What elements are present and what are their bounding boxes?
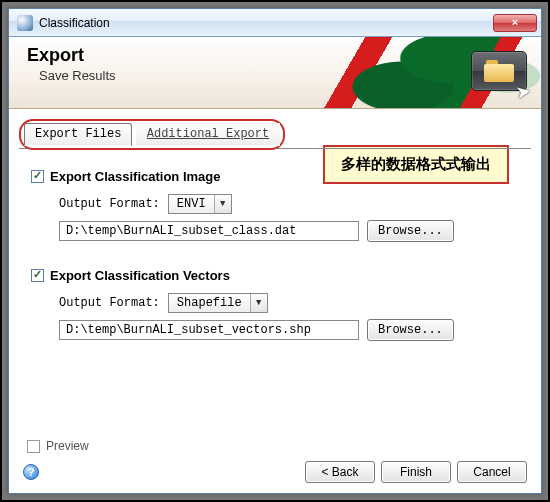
select-image-format-value: ENVI: [169, 197, 214, 211]
finish-button[interactable]: Finish: [381, 461, 451, 483]
classification-window: Classification × Export Save Results ➤ E…: [8, 8, 542, 494]
footer: Preview ? < Back Finish Cancel: [9, 433, 541, 493]
footer-bar: ? < Back Finish Cancel: [23, 461, 527, 483]
tabs-highlight: Export Files Additional Export: [19, 119, 285, 150]
label-image-format: Output Format:: [59, 197, 160, 211]
folder-icon: [484, 60, 514, 82]
input-vectors-path-value: D:\temp\BurnALI_subset_vectors.shp: [66, 323, 311, 337]
checkbox-preview[interactable]: [27, 440, 40, 453]
browse-image-button[interactable]: Browse...: [367, 220, 454, 242]
app-icon: [17, 15, 33, 31]
help-button[interactable]: ?: [23, 464, 39, 480]
checkbox-export-vectors[interactable]: [31, 269, 44, 282]
banner: Export Save Results ➤: [9, 37, 541, 109]
section-export-image-title: Export Classification Image: [50, 169, 221, 184]
section-export-vectors-header: Export Classification Vectors: [31, 268, 523, 283]
banner-folder-button[interactable]: [471, 51, 527, 91]
back-button[interactable]: < Back: [305, 461, 375, 483]
label-vectors-format: Output Format:: [59, 296, 160, 310]
chevron-down-icon: ▼: [250, 294, 267, 312]
input-image-path-value: D:\temp\BurnALI_subset_class.dat: [66, 224, 296, 238]
close-button[interactable]: ×: [493, 14, 537, 32]
checkbox-export-image[interactable]: [31, 170, 44, 183]
row-image-format: Output Format: ENVI ▼: [59, 194, 523, 214]
cancel-button[interactable]: Cancel: [457, 461, 527, 483]
tabs-row: Export Files Additional Export: [9, 109, 541, 150]
label-preview: Preview: [46, 439, 89, 453]
tab-export-files[interactable]: Export Files: [24, 123, 132, 146]
section-export-vectors-title: Export Classification Vectors: [50, 268, 230, 283]
browse-vectors-button[interactable]: Browse...: [367, 319, 454, 341]
select-image-format[interactable]: ENVI ▼: [168, 194, 232, 214]
preview-row: Preview: [27, 439, 527, 453]
select-vectors-format-value: Shapefile: [169, 296, 250, 310]
input-vectors-path[interactable]: D:\temp\BurnALI_subset_vectors.shp: [59, 320, 359, 340]
content-area: 多样的数据格式式输出 Export Classification Image O…: [9, 151, 541, 433]
select-vectors-format[interactable]: Shapefile ▼: [168, 293, 268, 313]
row-vectors-path: D:\temp\BurnALI_subset_vectors.shp Brows…: [59, 319, 523, 341]
input-image-path[interactable]: D:\temp\BurnALI_subset_class.dat: [59, 221, 359, 241]
row-image-path: D:\temp\BurnALI_subset_class.dat Browse.…: [59, 220, 523, 242]
tab-additional-export[interactable]: Additional Export: [136, 123, 280, 146]
chevron-down-icon: ▼: [214, 195, 231, 213]
row-vectors-format: Output Format: Shapefile ▼: [59, 293, 523, 313]
annotation-callout: 多样的数据格式式输出: [323, 145, 509, 184]
titlebar[interactable]: Classification ×: [9, 9, 541, 37]
window-title: Classification: [39, 16, 493, 30]
